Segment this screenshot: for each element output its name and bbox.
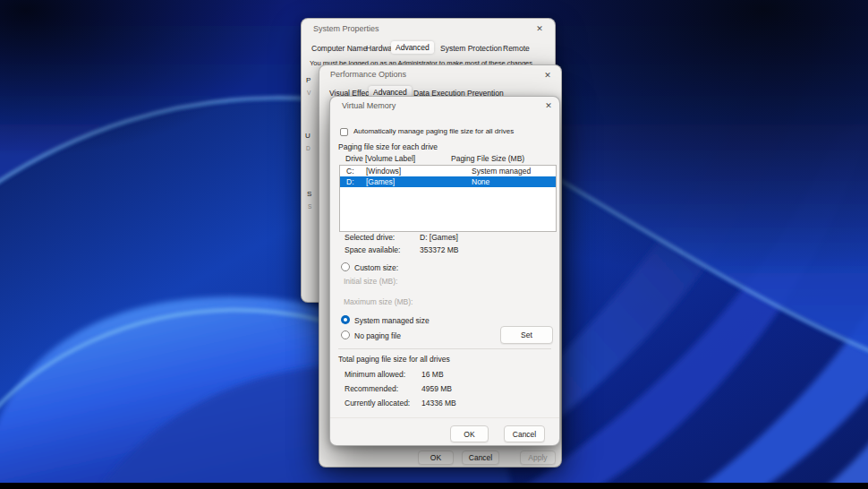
letterbox-bar: [0, 483, 868, 489]
system-managed-radio[interactable]: [341, 315, 350, 324]
performance-section-fragment: P: [306, 76, 311, 84]
space-available-value: 353372 MB: [420, 245, 458, 254]
tab-advanced[interactable]: Advanced: [391, 41, 434, 54]
size-column-header: Paging File Size (MB): [451, 154, 524, 163]
selected-drive-label: Selected drive:: [345, 233, 395, 242]
tab-remote[interactable]: Remote: [498, 42, 534, 55]
initial-size-label: Initial size (MB):: [344, 277, 397, 286]
system-managed-label: System managed size: [354, 316, 430, 325]
no-paging-file-label: No paging file: [354, 331, 401, 340]
cancel-button[interactable]: Cancel: [504, 425, 545, 442]
total-section-label: Total paging file size for all drives: [338, 355, 450, 364]
system-properties-title: System Properties: [313, 24, 379, 33]
ok-button[interactable]: OK: [450, 425, 489, 442]
minimum-allowed-value: 16 MB: [421, 370, 444, 379]
space-available-label: Space available:: [345, 245, 400, 254]
selected-drive-value: D: [Games]: [420, 233, 458, 242]
volume-column-header: [Volume Label]: [365, 154, 415, 163]
user-profiles-section-fragment: U: [305, 132, 311, 140]
virtual-memory-dialog: Virtual Memory ✕ Automatically manage pa…: [329, 96, 560, 446]
user-profiles-subtext-fragment: D: [306, 145, 311, 151]
divider: [338, 348, 551, 349]
auto-manage-checkbox[interactable]: [340, 128, 348, 136]
tab-system-protection[interactable]: System Protection: [436, 42, 506, 55]
custom-size-radio[interactable]: [341, 262, 350, 271]
drive-listbox[interactable]: C: [Windows] System managed D: [Games] N…: [339, 165, 557, 232]
desktop: System Properties ✕ Computer Name Hardwa…: [0, 0, 868, 489]
maximum-size-label: Maximum size (MB):: [344, 297, 413, 306]
close-icon[interactable]: ✕: [542, 70, 553, 81]
ok-button[interactable]: OK: [418, 450, 454, 465]
auto-manage-label: Automatically manage paging file size fo…: [353, 127, 514, 135]
recommended-label: Recommended:: [345, 384, 398, 393]
drive-row-d-selected[interactable]: D: [Games] None: [340, 176, 556, 187]
footer-divider: [330, 417, 559, 418]
startup-section-fragment: S: [307, 190, 311, 198]
startup-subtext-fragment: S: [308, 203, 311, 210]
recommended-value: 4959 MB: [421, 384, 452, 393]
drive-row-c[interactable]: C: [Windows] System managed: [340, 166, 556, 176]
performance-subtext-fragment: V: [307, 90, 311, 96]
close-icon[interactable]: ✕: [543, 100, 554, 111]
cancel-button[interactable]: Cancel: [462, 450, 499, 465]
virtual-memory-title: Virtual Memory: [342, 101, 396, 110]
apply-button: Apply: [520, 450, 556, 465]
set-button[interactable]: Set: [500, 326, 553, 344]
custom-size-label: Custom size:: [354, 263, 398, 272]
paging-section-label: Paging file size for each drive: [338, 142, 438, 151]
minimum-allowed-label: Minimum allowed:: [345, 370, 405, 379]
no-paging-file-radio[interactable]: [341, 330, 350, 339]
currently-allocated-label: Currently allocated:: [345, 399, 410, 408]
currently-allocated-value: 14336 MB: [421, 399, 456, 408]
close-icon[interactable]: ✕: [534, 23, 545, 34]
drive-column-header: Drive: [345, 154, 363, 163]
performance-options-title: Performance Options: [330, 70, 406, 79]
